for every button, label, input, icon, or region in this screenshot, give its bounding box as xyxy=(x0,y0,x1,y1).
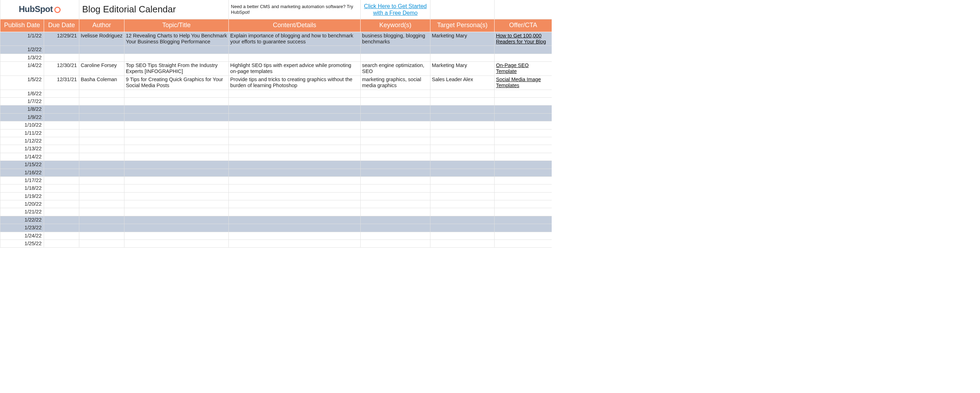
cell-due-date[interactable] xyxy=(44,208,79,216)
cell-due-date[interactable] xyxy=(44,200,79,208)
table-row[interactable]: 1/9/22 xyxy=(0,113,552,121)
cell-offer[interactable] xyxy=(495,224,552,232)
cell-keywords[interactable] xyxy=(361,208,430,216)
cell-keywords[interactable] xyxy=(361,137,430,145)
cell-topic[interactable] xyxy=(124,240,229,248)
cell-content[interactable] xyxy=(229,169,361,176)
cell-due-date[interactable]: 12/30/21 xyxy=(44,62,79,76)
cell-publish-date[interactable]: 1/23/22 xyxy=(0,224,44,232)
cell-due-date[interactable] xyxy=(44,176,79,184)
cell-author[interactable] xyxy=(79,176,124,184)
table-row[interactable]: 1/10/22 xyxy=(0,121,552,129)
cell-topic[interactable] xyxy=(124,192,229,200)
cell-offer[interactable] xyxy=(495,98,552,105)
cell-author[interactable] xyxy=(79,137,124,145)
cell-due-date[interactable] xyxy=(44,232,79,240)
table-row[interactable]: 1/11/22 xyxy=(0,129,552,137)
offer-link[interactable]: How to Get 100,000 Readers for Your Blog xyxy=(496,33,546,45)
cell-content[interactable] xyxy=(229,192,361,200)
table-row[interactable]: 1/4/2212/30/21Caroline ForseyTop SEO Tip… xyxy=(0,62,552,76)
cell-offer[interactable] xyxy=(495,161,552,169)
cell-keywords[interactable] xyxy=(361,176,430,184)
cell-publish-date[interactable]: 1/7/22 xyxy=(0,98,44,105)
table-row[interactable]: 1/8/22 xyxy=(0,105,552,113)
cell-due-date[interactable] xyxy=(44,113,79,121)
cell-offer[interactable] xyxy=(495,129,552,137)
cell-content[interactable] xyxy=(229,216,361,224)
cell-offer[interactable] xyxy=(495,192,552,200)
cell-topic[interactable] xyxy=(124,185,229,192)
cell-offer[interactable] xyxy=(495,208,552,216)
cell-content[interactable] xyxy=(229,54,361,61)
cell-publish-date[interactable]: 1/3/22 xyxy=(0,54,44,61)
cell-publish-date[interactable]: 1/22/22 xyxy=(0,216,44,224)
cell-keywords[interactable] xyxy=(361,105,430,113)
cell-topic[interactable] xyxy=(124,153,229,161)
cell-persona[interactable] xyxy=(430,224,495,232)
cell-topic[interactable]: 9 Tips for Creating Quick Graphics for Y… xyxy=(124,75,229,89)
cell-publish-date[interactable]: 1/24/22 xyxy=(0,232,44,240)
table-row[interactable]: 1/19/22 xyxy=(0,192,552,200)
cell-content[interactable] xyxy=(229,161,361,169)
cell-due-date[interactable]: 12/29/21 xyxy=(44,32,79,46)
cell-keywords[interactable] xyxy=(361,54,430,61)
cell-topic[interactable] xyxy=(124,169,229,176)
cell-persona[interactable] xyxy=(430,121,495,129)
cell-due-date[interactable] xyxy=(44,105,79,113)
cell-topic[interactable] xyxy=(124,98,229,105)
cell-author[interactable] xyxy=(79,161,124,169)
cell-offer[interactable] xyxy=(495,145,552,153)
cell-persona[interactable] xyxy=(430,216,495,224)
cell-topic[interactable] xyxy=(124,176,229,184)
table-row[interactable]: 1/2/22 xyxy=(0,46,552,54)
cell-content[interactable] xyxy=(229,129,361,137)
cell-author[interactable]: Caroline Forsey xyxy=(79,62,124,76)
cell-due-date[interactable] xyxy=(44,240,79,248)
table-row[interactable]: 1/21/22 xyxy=(0,208,552,216)
cell-keywords[interactable]: search engine optimization, SEO xyxy=(361,62,430,76)
cell-content[interactable] xyxy=(229,46,361,54)
cell-author[interactable] xyxy=(79,46,124,54)
table-row[interactable]: 1/18/22 xyxy=(0,185,552,192)
cell-author[interactable] xyxy=(79,113,124,121)
cell-publish-date[interactable]: 1/10/22 xyxy=(0,121,44,129)
cell-persona[interactable] xyxy=(430,46,495,54)
cell-due-date[interactable]: 12/31/21 xyxy=(44,75,79,89)
cell-publish-date[interactable]: 1/18/22 xyxy=(0,185,44,192)
cell-persona[interactable] xyxy=(430,192,495,200)
cell-offer[interactable] xyxy=(495,121,552,129)
cell-keywords[interactable] xyxy=(361,89,430,97)
cell-persona[interactable] xyxy=(430,240,495,248)
cell-offer[interactable] xyxy=(495,185,552,192)
table-row[interactable]: 1/14/22 xyxy=(0,153,552,161)
cell-due-date[interactable] xyxy=(44,153,79,161)
cell-topic[interactable] xyxy=(124,137,229,145)
cell-publish-date[interactable]: 1/6/22 xyxy=(0,89,44,97)
cell-topic[interactable] xyxy=(124,121,229,129)
offer-link[interactable]: Social Media Image Templates xyxy=(496,77,541,88)
table-row[interactable]: 1/22/22 xyxy=(0,216,552,224)
cell-topic[interactable] xyxy=(124,161,229,169)
cell-publish-date[interactable]: 1/11/22 xyxy=(0,129,44,137)
table-row[interactable]: 1/23/22 xyxy=(0,224,552,232)
cell-content[interactable] xyxy=(229,98,361,105)
cell-due-date[interactable] xyxy=(44,121,79,129)
cell-publish-date[interactable]: 1/2/22 xyxy=(0,46,44,54)
table-row[interactable]: 1/20/22 xyxy=(0,200,552,208)
cell-topic[interactable] xyxy=(124,145,229,153)
cell-topic[interactable] xyxy=(124,105,229,113)
cell-content[interactable] xyxy=(229,121,361,129)
table-row[interactable]: 1/13/22 xyxy=(0,145,552,153)
table-row[interactable]: 1/12/22 xyxy=(0,137,552,145)
cell-offer[interactable]: How to Get 100,000 Readers for Your Blog xyxy=(495,32,552,46)
cell-offer[interactable] xyxy=(495,169,552,176)
cell-offer[interactable] xyxy=(495,153,552,161)
cell-author[interactable] xyxy=(79,153,124,161)
cell-offer[interactable] xyxy=(495,89,552,97)
cell-keywords[interactable]: marketing graphics, social media graphic… xyxy=(361,75,430,89)
cell-persona[interactable] xyxy=(430,176,495,184)
cell-persona[interactable] xyxy=(430,153,495,161)
cell-persona[interactable]: Marketing Mary xyxy=(430,32,495,46)
cell-keywords[interactable] xyxy=(361,192,430,200)
cell-keywords[interactable] xyxy=(361,224,430,232)
